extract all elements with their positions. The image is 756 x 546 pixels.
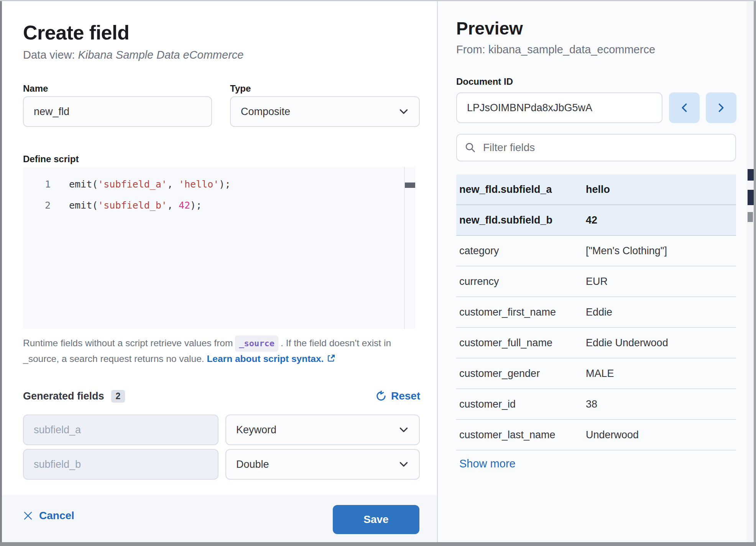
editor-scrollbar-thumb[interactable] (405, 183, 415, 188)
name-label: Name (23, 83, 48, 94)
save-button[interactable]: Save (333, 505, 419, 534)
field-name: customer_gender (456, 368, 586, 380)
field-value: 42 (586, 214, 597, 226)
field-value: Underwood (586, 429, 639, 441)
next-document-button[interactable] (706, 92, 736, 123)
background-fragment (748, 212, 753, 222)
data-view-label: Data view: (23, 49, 78, 61)
window-border-right (754, 1, 756, 546)
code-line: 2 emit('subfield_b', 42); (23, 195, 415, 216)
cancel-button[interactable]: Cancel (23, 510, 74, 522)
subfield-b-type-select[interactable]: Double (225, 449, 420, 480)
create-field-flyout: Create field Data view: Kibana Sample Da… (0, 0, 756, 546)
data-view-subtitle: Data view: Kibana Sample Data eCommerce (23, 49, 243, 61)
define-script-label: Define script (23, 154, 79, 164)
window-border-left (0, 1, 2, 546)
document-id-label: Document ID (456, 76, 513, 87)
previous-document-button[interactable] (669, 92, 700, 123)
show-more-link[interactable]: Show more (459, 457, 516, 470)
field-value: hello (586, 184, 610, 196)
subfield-a-name-input (23, 414, 219, 445)
line-number: 2 (23, 200, 51, 211)
code-line: 1 emit('subfield_a', 'hello'); (23, 174, 415, 195)
field-value: Eddie (586, 306, 612, 318)
table-row: new_fld.subfield_b 42 (456, 205, 736, 236)
table-row: customer_first_name Eddie (456, 297, 736, 328)
refresh-icon (376, 391, 386, 401)
background-fragment (748, 190, 754, 205)
field-name: customer_first_name (456, 306, 586, 318)
field-name: customer_full_name (456, 337, 586, 349)
source-code-badge: _source (235, 335, 278, 352)
table-row: customer_id 38 (456, 389, 736, 420)
background-page-sliver (747, 1, 754, 543)
table-row: new_fld.subfield_a hello (456, 174, 736, 205)
field-value: Eddie Underwood (586, 337, 668, 349)
field-name: customer_id (456, 398, 586, 410)
generated-fields-label: Generated fields (23, 390, 104, 402)
table-row: currency EUR (456, 266, 736, 297)
external-link-icon (327, 354, 336, 363)
type-select-value: Composite (241, 106, 290, 118)
subfield-b-name-input (23, 449, 219, 480)
table-row: customer_full_name Eddie Underwood (456, 328, 736, 359)
data-view-name: Kibana Sample Data eCommerce (78, 49, 243, 61)
background-fragment (748, 169, 754, 181)
filter-fields-box[interactable] (456, 134, 736, 161)
type-label: Type (230, 83, 251, 94)
type-select[interactable]: Composite (230, 96, 420, 127)
document-id-input[interactable] (456, 92, 662, 123)
script-syntax-link[interactable]: Learn about script syntax. (207, 354, 324, 364)
filter-fields-input[interactable] (483, 141, 728, 154)
generated-fields-header: Generated fields 2 (23, 390, 125, 403)
name-input[interactable] (23, 96, 212, 127)
search-icon (465, 142, 476, 153)
line-number: 1 (23, 179, 51, 190)
create-field-form: Create field Data view: Kibana Sample Da… (2, 1, 437, 543)
field-value: ["Men's Clothing"] (586, 245, 667, 257)
field-name: new_fld.subfield_b (456, 214, 586, 226)
field-name: currency (456, 276, 586, 288)
chevron-down-icon (398, 459, 409, 470)
subfield-b-type-value: Double (236, 459, 269, 470)
editor-scrollbar-track (404, 167, 405, 329)
close-icon (23, 511, 33, 521)
table-row: customer_last_name Underwood (456, 420, 736, 451)
chevron-down-icon (398, 106, 409, 117)
preview-panel: Preview From: kibana_sample_data_ecommer… (438, 1, 747, 543)
field-value: EUR (586, 276, 608, 288)
table-row: category ["Men's Clothing"] (456, 236, 736, 266)
preview-title: Preview (456, 18, 523, 39)
preview-from: From: kibana_sample_data_ecommerce (456, 43, 655, 56)
page-title: Create field (23, 21, 129, 44)
window-border-bottom (0, 542, 756, 546)
flyout-footer: Cancel Save (2, 495, 437, 543)
script-help-text: Runtime fields without a script retrieve… (23, 335, 410, 366)
preview-fields-table: new_fld.subfield_a hello new_fld.subfiel… (456, 174, 736, 451)
chevron-down-icon (398, 424, 409, 435)
reset-button[interactable]: Reset (376, 390, 420, 402)
subfield-a-type-value: Keyword (236, 424, 276, 436)
table-row: customer_gender MALE (456, 359, 736, 389)
field-value: 38 (586, 398, 597, 410)
script-code-editor[interactable]: 1 emit('subfield_a', 'hello'); 2 emit('s… (23, 167, 415, 329)
subfield-a-type-select[interactable]: Keyword (225, 414, 420, 445)
field-name: category (456, 245, 586, 257)
field-value: MALE (586, 368, 614, 380)
chevron-left-icon (679, 102, 690, 113)
chevron-right-icon (715, 102, 727, 113)
field-name: customer_last_name (456, 429, 586, 441)
field-name: new_fld.subfield_a (456, 184, 586, 196)
generated-fields-count-badge: 2 (111, 390, 125, 403)
